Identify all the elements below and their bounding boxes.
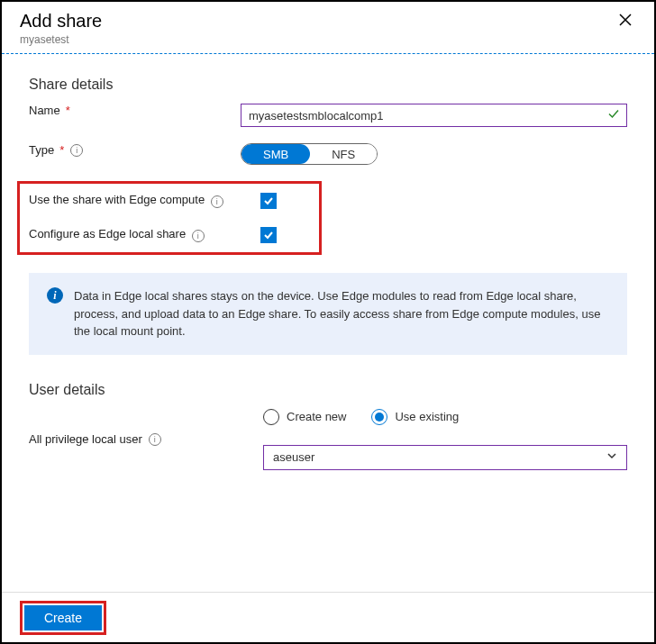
info-panel-text: Data in Edge local shares stays on the d… — [74, 287, 609, 340]
type-label: Type — [29, 143, 54, 157]
create-button-highlight: Create — [20, 601, 106, 635]
radio-circle-icon — [371, 409, 387, 425]
info-panel-icon: i — [47, 287, 63, 304]
share-details-heading: Share details — [29, 77, 627, 93]
info-panel: i Data in Edge local shares stays on the… — [29, 273, 627, 355]
user-details-heading: User details — [29, 382, 627, 398]
type-option-smb[interactable]: SMB — [241, 144, 310, 164]
edge-local-checkbox[interactable] — [260, 227, 277, 243]
edge-compute-row: Use the share with Edge compute i — [29, 193, 319, 209]
required-asterisk: * — [59, 143, 64, 157]
name-input[interactable] — [241, 104, 627, 127]
radio-circle-icon — [263, 409, 279, 425]
edge-local-row: Configure as Edge local share i — [29, 227, 319, 243]
edge-local-label: Configure as Edge local share — [29, 227, 186, 240]
privilege-label: All privilege local user — [29, 432, 142, 446]
name-field-row: Name * — [29, 104, 627, 127]
user-select[interactable]: aseuser — [263, 445, 627, 470]
chevron-down-icon — [606, 449, 618, 466]
radio-create-new[interactable]: Create new — [263, 409, 346, 425]
create-button[interactable]: Create — [24, 605, 102, 630]
user-select-value: aseuser — [273, 450, 314, 464]
info-icon[interactable]: i — [149, 433, 161, 446]
type-option-nfs[interactable]: NFS — [310, 144, 377, 164]
info-icon[interactable]: i — [192, 230, 205, 242]
required-asterisk: * — [66, 104, 70, 117]
user-radio-group: Create new Use existing — [263, 409, 627, 425]
type-toggle: SMB NFS — [241, 143, 378, 165]
panel-header: Add share myasetest — [2, 2, 654, 54]
radio-create-new-label: Create new — [287, 410, 346, 423]
panel-title: Add share — [20, 11, 102, 32]
radio-use-existing[interactable]: Use existing — [371, 409, 459, 425]
type-field-row: Type * i SMB NFS — [29, 143, 627, 165]
info-icon[interactable]: i — [70, 144, 83, 157]
edge-compute-label: Use the share with Edge compute — [29, 193, 205, 206]
close-icon — [618, 11, 633, 31]
panel-content: Share details Name * Type * i SMB NFS — [2, 54, 654, 586]
name-label: Name — [29, 104, 60, 117]
valid-check-icon — [607, 108, 620, 123]
panel-footer: Create — [2, 592, 654, 642]
radio-use-existing-label: Use existing — [395, 410, 459, 423]
info-icon[interactable]: i — [211, 195, 223, 208]
edge-compute-checkbox[interactable] — [260, 193, 277, 209]
edge-options-highlight: Use the share with Edge compute i Config… — [17, 181, 322, 255]
close-button[interactable] — [615, 11, 636, 32]
privilege-row: All privilege local user i Create new Us… — [29, 409, 627, 470]
panel-subtitle: myasetest — [20, 33, 102, 46]
